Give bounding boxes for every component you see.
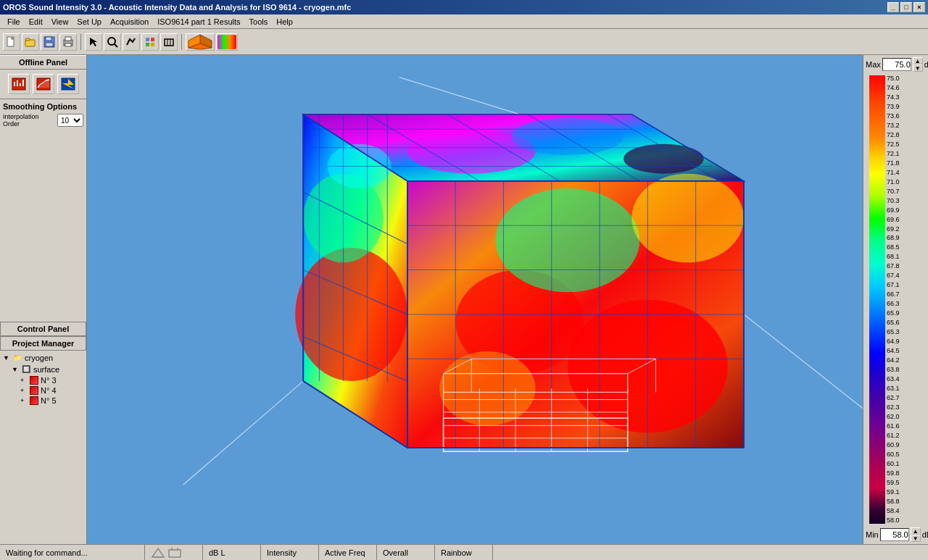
svg-rect-16	[151, 43, 154, 46]
expand-surface[interactable]: ▼	[12, 366, 19, 373]
left-panel: Offline Panel Smoothing Options Interpol…	[0, 55, 87, 544]
tool5-button[interactable]	[160, 33, 178, 51]
expand-n3[interactable]: +	[20, 377, 28, 384]
type-text: Intensity	[267, 548, 297, 557]
grid-icon-n3	[30, 376, 38, 385]
menu-view[interactable]: View	[47, 16, 73, 28]
expand-n4[interactable]: +	[20, 387, 28, 394]
menu-help[interactable]: Help	[272, 16, 297, 28]
svg-marker-99	[152, 548, 164, 557]
min-spin-down[interactable]: ▼	[911, 535, 921, 542]
menu-setup[interactable]: Set Up	[72, 16, 106, 28]
open-button[interactable]	[22, 33, 39, 51]
scale-tick-value: 62.3	[887, 404, 900, 411]
viewport[interactable]: y Max ▲ ▼ dB 75.074.674.373.973.673.272.…	[87, 55, 928, 544]
tool4-button[interactable]	[141, 33, 159, 51]
svg-rect-17	[165, 39, 173, 46]
scale-tick-value: 68.5	[887, 244, 900, 251]
svg-point-42	[631, 174, 744, 263]
menu-edit[interactable]: Edit	[25, 16, 47, 28]
interpolation-label: InterpolationOrder	[3, 113, 54, 128]
menu-iso9614[interactable]: ISO9614 part 1 Results	[153, 16, 244, 28]
max-value-input[interactable]	[882, 58, 911, 71]
zoom-button[interactable]	[104, 33, 121, 51]
scale-tick-value: 59.1	[887, 489, 900, 496]
new-button[interactable]	[3, 33, 20, 51]
svg-marker-10	[90, 38, 97, 46]
scale-tick-value: 74.6	[887, 85, 900, 91]
tree-item-n4[interactable]: + N° 4	[3, 385, 83, 396]
color-button[interactable]	[216, 33, 238, 51]
svg-point-36	[295, 248, 407, 381]
tree-item-n3[interactable]: + N° 3	[3, 375, 83, 385]
max-spin-down[interactable]: ▼	[913, 64, 923, 72]
interpolation-select[interactable]: 10 5 15 20	[57, 114, 83, 127]
expand-n5[interactable]: +	[20, 397, 28, 404]
scale-tick-value: 59.8	[887, 470, 900, 477]
status-freq: Active Freq	[319, 545, 377, 560]
min-spin-up[interactable]: ▲	[911, 527, 921, 535]
scale-tick-value: 68.1	[887, 254, 900, 260]
status-type: Intensity	[261, 545, 319, 560]
min-spin: ▲ ▼	[911, 527, 921, 542]
scale-tick-value: 69.9	[887, 207, 900, 214]
scale-tick-value: 67.4	[887, 272, 900, 279]
project-manager-header: Project Manager	[0, 336, 86, 351]
titlebar-controls: _ □ ×	[887, 2, 925, 12]
scale-tick-value: 67.8	[887, 263, 900, 269]
scale-tick-value: 69.2	[887, 226, 900, 233]
mode-text: dB L	[209, 548, 225, 557]
scale-tick-value: 61.2	[887, 432, 900, 439]
max-spin: ▲ ▼	[913, 57, 923, 72]
view3d-button[interactable]	[186, 33, 215, 51]
menu-acquisition[interactable]: Acquisition	[106, 16, 153, 28]
scale-tick-value: 70.3	[887, 198, 900, 204]
close-button[interactable]: ×	[914, 2, 925, 12]
max-spin-up[interactable]: ▲	[913, 57, 923, 64]
expand-cryogen[interactable]: ▼	[3, 354, 10, 362]
min-value-input[interactable]	[880, 528, 909, 541]
scale-tick-value: 74.3	[887, 94, 900, 101]
icon-btn-2[interactable]	[33, 74, 54, 94]
scale-tick-value: 60.5	[887, 451, 900, 458]
scale-tick-value: 61.6	[887, 423, 900, 430]
scale-tick-value: 68.9	[887, 235, 900, 241]
scale-bottom: Min ▲ ▼ dB	[863, 525, 928, 544]
smoothing-title: Smoothing Options	[3, 102, 83, 111]
svg-point-11	[108, 38, 115, 45]
scale-tick-value: 58.4	[887, 508, 900, 514]
statusbar: Waiting for command... dB L Intensity Ac…	[0, 544, 928, 560]
print-button[interactable]	[59, 33, 77, 51]
scale-tick-value: 73.9	[887, 104, 900, 110]
smoothing-section: Smoothing Options InterpolationOrder 10 …	[0, 99, 86, 130]
tree-item-n5[interactable]: + N° 5	[3, 396, 83, 406]
icon-btn-1[interactable]	[8, 74, 30, 94]
save-button[interactable]	[41, 33, 58, 51]
weighting-text: Overall	[383, 548, 408, 557]
freq-text: Active Freq	[325, 548, 365, 557]
scale-tick-value: 65.6	[887, 319, 900, 326]
menu-tools[interactable]: Tools	[245, 16, 273, 28]
viz-svg: y	[87, 55, 928, 544]
scale-tick-value: 64.5	[887, 348, 900, 354]
svg-rect-13	[146, 38, 149, 41]
scale-tick-value: 63.1	[887, 385, 900, 392]
tree-label-surface: surface	[33, 365, 59, 374]
icon-btn-3[interactable]	[57, 74, 79, 94]
scale-top: Max ▲ ▼ dB	[863, 55, 928, 74]
tool3-button[interactable]	[123, 33, 140, 51]
status-icons	[151, 547, 182, 559]
cursor-button[interactable]	[85, 33, 102, 51]
minimize-button[interactable]: _	[887, 2, 899, 12]
tree-item-surface[interactable]: ▼ 🔲 surface	[3, 364, 83, 375]
tree-item-cryogen[interactable]: ▼ 📁 cryogen	[3, 352, 83, 364]
scale-tick-value: 69.6	[887, 217, 900, 223]
tree-label-cryogen: cryogen	[25, 354, 53, 362]
svg-rect-14	[151, 38, 154, 41]
menu-file[interactable]: File	[3, 16, 25, 28]
svg-rect-5	[46, 37, 51, 41]
control-panel-header[interactable]: Control Panel	[0, 322, 86, 336]
scale-tick-value: 62.7	[887, 395, 900, 401]
separator-2	[181, 34, 182, 50]
maximize-button[interactable]: □	[900, 2, 912, 12]
